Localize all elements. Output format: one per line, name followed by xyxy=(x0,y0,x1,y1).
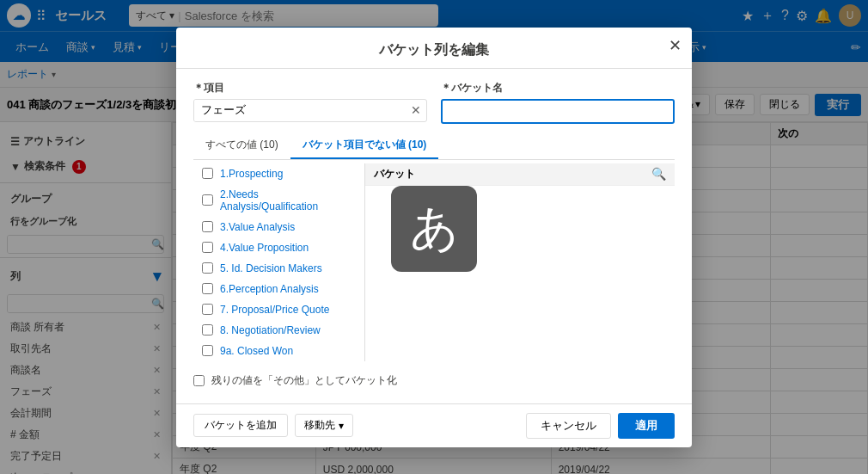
bucket-column-label: バケット xyxy=(374,167,415,182)
modal-title: バケット列を編集 xyxy=(176,28,692,69)
bucket-name-input[interactable] xyxy=(441,99,675,124)
ime-character: あ xyxy=(410,196,459,262)
item-field-clear-button[interactable]: ✕ xyxy=(406,103,426,117)
bucket-item-checkbox[interactable] xyxy=(202,283,213,294)
modal-action-buttons: キャンセル 適用 xyxy=(526,413,675,439)
bucket-item-label: 3.Value Analysis xyxy=(220,221,295,233)
modal-close-button[interactable]: ✕ xyxy=(669,36,682,55)
add-bucket-button[interactable]: バケットを追加 xyxy=(193,414,288,437)
bucket-list-item[interactable]: 4.Value Proposition xyxy=(193,237,364,258)
modal-fields-row: ＊項目 ✕ ＊バケット名 xyxy=(193,81,675,124)
bucket-list-item[interactable]: 1.Prospecting xyxy=(193,163,364,184)
bucket-item-label: 5. Id. Decision Makers xyxy=(220,262,322,274)
bucket-item-label: 8. Negotiation/Review xyxy=(220,324,321,336)
modal-footer: バケットを追加 移動先 ▾ キャンセル 適用 xyxy=(176,403,692,447)
modal-overlay: ✕ バケット列を編集 ＊項目 ✕ ＊バケット名 xyxy=(0,0,868,474)
bucket-item-checkbox[interactable] xyxy=(202,262,213,274)
item-field-input[interactable] xyxy=(194,100,406,121)
item-field-label: ＊項目 xyxy=(193,81,427,95)
bucket-search-icon[interactable]: 🔍 xyxy=(651,167,666,181)
bucket-item-checkbox[interactable] xyxy=(202,324,213,335)
modal-tabs: すべての値 (10) バケット項目でない値 (10) xyxy=(193,132,675,160)
bucket-item-checkbox[interactable] xyxy=(202,242,213,253)
bucket-left-panel: 1.Prospecting2.Needs Analysis/Qualificat… xyxy=(193,163,365,361)
ime-overlay: あ xyxy=(391,186,477,272)
move-to-container: 移動先 ▾ xyxy=(295,414,353,437)
item-field: ＊項目 ✕ xyxy=(193,81,427,122)
bucket-item-checkbox[interactable] xyxy=(202,168,213,179)
bucket-item-label: 1.Prospecting xyxy=(220,168,283,180)
bucket-list-item[interactable]: 8. Negotiation/Review xyxy=(193,320,364,341)
remaining-checkbox[interactable] xyxy=(193,375,205,386)
footer-left: バケットを追加 移動先 ▾ xyxy=(193,414,353,437)
bucket-item-checkbox[interactable] xyxy=(202,304,213,315)
bucket-list-item[interactable]: 7. Proposal/Price Quote xyxy=(193,299,364,320)
remaining-checkbox-label: 残りの値を「その他」としてバケット化 xyxy=(211,373,397,388)
tab-bucket-items[interactable]: バケット項目でない値 (10) xyxy=(290,132,439,159)
bucket-list-item[interactable]: 3.Value Analysis xyxy=(193,217,364,237)
bucket-right-header: バケット 🔍 xyxy=(365,163,675,186)
bucket-list-item[interactable]: 2.Needs Analysis/Qualification xyxy=(193,184,364,217)
apply-button[interactable]: 適用 xyxy=(618,413,675,439)
tab-all[interactable]: すべての値 (10) xyxy=(193,132,290,159)
bucket-item-label: 6.Perception Analysis xyxy=(220,283,319,295)
bucket-item-checkbox[interactable] xyxy=(202,345,213,356)
move-to-chevron: ▾ xyxy=(339,420,344,432)
bucket-item-checkbox[interactable] xyxy=(202,194,213,206)
bucket-item-checkbox[interactable] xyxy=(202,221,213,232)
cancel-button[interactable]: キャンセル xyxy=(526,413,611,439)
bucket-item-label: 2.Needs Analysis/Qualification xyxy=(220,188,356,212)
bucket-list-item[interactable]: 9a. Closed Won xyxy=(193,341,364,361)
bucket-items-list: 1.Prospecting2.Needs Analysis/Qualificat… xyxy=(193,163,364,361)
bucket-list-item[interactable]: 6.Perception Analysis xyxy=(193,279,364,299)
bucket-name-label: ＊バケット名 xyxy=(441,81,675,95)
remaining-checkbox-row: 残りの値を「その他」としてバケット化 xyxy=(193,370,675,391)
move-to-button[interactable]: 移動先 ▾ xyxy=(295,414,353,437)
bucket-item-label: 9a. Closed Won xyxy=(220,345,293,357)
item-field-input-container[interactable]: ✕ xyxy=(193,99,427,122)
bucket-list-item[interactable]: 5. Id. Decision Makers xyxy=(193,258,364,279)
bucket-name-field: ＊バケット名 xyxy=(441,81,675,124)
bucket-item-label: 4.Value Proposition xyxy=(220,242,309,254)
bucket-item-label: 7. Proposal/Price Quote xyxy=(220,304,329,316)
